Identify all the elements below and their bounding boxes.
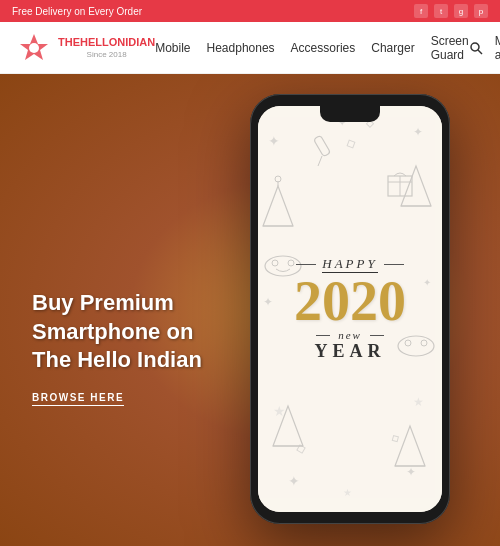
phone-notch [320,104,380,122]
svg-rect-23 [314,135,331,156]
logo-icon [16,30,52,66]
svg-point-2 [471,43,479,51]
googleplus-icon[interactable]: g [454,4,468,18]
phone-wallpaper: ✦ ✦ ✦ ✦ ✦ ✦ ✦ [258,106,442,512]
svg-point-1 [29,43,39,53]
phone-screen: ✦ ✦ ✦ ✦ ✦ ✦ ✦ [258,106,442,512]
svg-line-24 [318,156,322,166]
phone-mockup: ✦ ✦ ✦ ✦ ✦ ✦ ✦ [250,94,450,524]
svg-text:✦: ✦ [413,125,423,139]
svg-text:✦: ✦ [406,465,416,479]
nav-screenguard[interactable]: Screen Guard [431,34,469,62]
hero-content: Buy PremiumSmartphone onThe Hello Indian… [32,289,202,406]
header: THEHELLONIDIAN Since 2018 Mobile Headpho… [0,22,500,74]
nav-mobile[interactable]: Mobile [155,41,190,55]
svg-marker-37 [395,426,425,466]
account-button[interactable]: My account [495,34,500,62]
logo-text: THEHELLONIDIAN Since 2018 [58,35,155,61]
hero-section: Buy PremiumSmartphone onThe Hello Indian… [0,74,500,546]
ny-text: HAPPY 2020 new YEAR [294,256,406,362]
announcement-bar: Free Delivery on Every Order f t g p [0,0,500,22]
nav-headphones[interactable]: Headphones [207,41,275,55]
year-label: YEAR [314,341,385,362]
svg-text:✦: ✦ [268,133,280,149]
nav-accessories[interactable]: Accessories [291,41,356,55]
browse-button[interactable]: BROWSE HERE [32,392,124,406]
svg-point-22 [421,340,427,346]
nav-actions: My account Cart 0 [469,34,500,62]
svg-line-3 [478,50,482,54]
twitter-icon[interactable]: t [434,4,448,18]
hero-title: Buy PremiumSmartphone onThe Hello Indian [32,289,202,375]
svg-text:★: ★ [343,487,352,498]
svg-text:✦: ✦ [423,277,431,288]
phone-outer: ✦ ✦ ✦ ✦ ✦ ✦ ✦ [250,94,450,524]
svg-text:✦: ✦ [263,295,273,309]
svg-rect-31 [347,140,355,148]
search-button[interactable] [469,41,483,55]
search-icon [469,41,483,55]
logo[interactable]: THEHELLONIDIAN Since 2018 [16,30,155,66]
svg-marker-11 [263,186,293,226]
pinterest-icon[interactable]: p [474,4,488,18]
svg-point-18 [272,260,278,266]
nav-charger[interactable]: Charger [371,41,414,55]
announcement-text: Free Delivery on Every Order [12,6,142,17]
svg-text:★: ★ [413,395,424,409]
facebook-icon[interactable]: f [414,4,428,18]
main-nav: Mobile Headphones Accessories Charger Sc… [155,34,469,62]
svg-marker-15 [401,166,431,206]
new-text: new [338,329,362,341]
social-icons: f t g p [414,4,488,18]
year-text: 2020 [294,273,406,329]
svg-rect-34 [392,436,398,442]
svg-text:✦: ✦ [288,473,300,489]
